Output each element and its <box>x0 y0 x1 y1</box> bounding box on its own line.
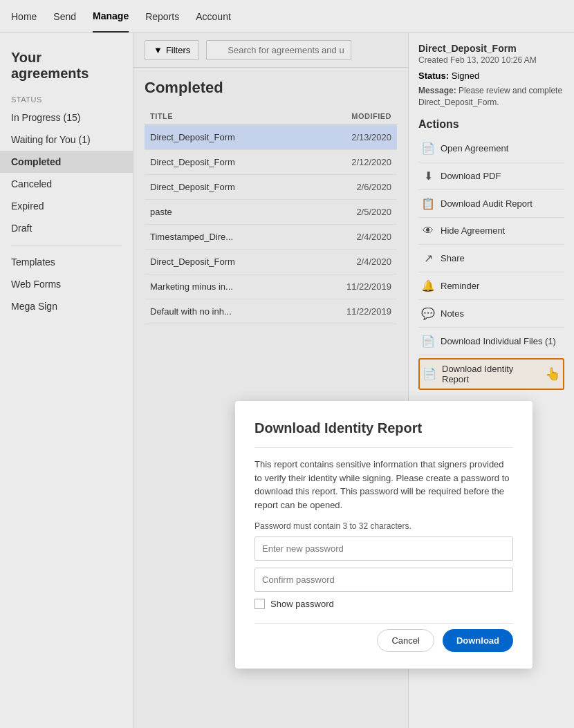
modal-confirm-input[interactable] <box>254 568 513 592</box>
modal-show-password-row: Show password <box>254 599 513 609</box>
modal-box: Download Identity Report This report con… <box>235 401 533 669</box>
modal-description: This report contains sensitive informati… <box>254 458 513 512</box>
modal-cancel-button[interactable]: Cancel <box>377 629 434 652</box>
modal-password-input[interactable] <box>254 536 513 561</box>
modal-divider <box>254 447 513 448</box>
modal-title: Download Identity Report <box>254 420 513 436</box>
modal-overlay: Download Identity Report This report con… <box>0 0 574 728</box>
modal-password-label: Password must contain 3 to 32 characters… <box>254 521 513 531</box>
modal-download-button[interactable]: Download <box>443 629 513 652</box>
modal-show-password-label: Show password <box>270 599 334 609</box>
modal-show-password-checkbox[interactable] <box>254 599 265 609</box>
modal-actions: Cancel Download <box>254 623 513 652</box>
